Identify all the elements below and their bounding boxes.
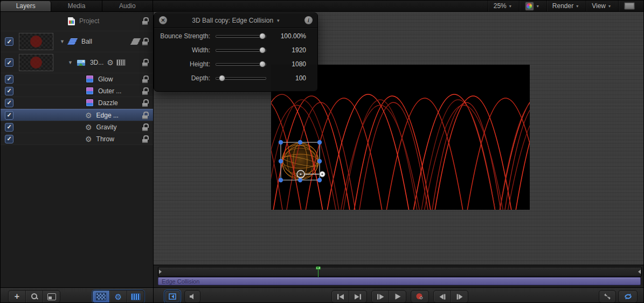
- timebar-edge-collision[interactable]: Edge Collision: [158, 277, 641, 285]
- layer-row-dazzle[interactable]: ✓ Dazzle: [1, 97, 153, 109]
- hud-panel[interactable]: ✕ 3D Ball copy: Edge Collision ▾ i Bounc…: [154, 12, 318, 92]
- show-masks-button[interactable]: [93, 291, 110, 302]
- visibility-checkbox[interactable]: ✓: [5, 123, 13, 132]
- width-slider[interactable]: [216, 46, 266, 54]
- step-forward-button[interactable]: [451, 291, 468, 302]
- visibility-checkbox[interactable]: ✓: [5, 75, 13, 84]
- param-label: Bounce Strength:: [154, 32, 210, 40]
- hud-param-row: Bounce Strength: 100.00%: [154, 32, 317, 40]
- param-label: Width:: [154, 46, 210, 54]
- timebar-label: Edge Collision: [162, 278, 199, 285]
- close-icon[interactable]: ✕: [159, 16, 167, 24]
- disclosure-triangle-icon[interactable]: ▼: [60, 39, 65, 44]
- view-label: View: [592, 2, 606, 10]
- check-icon: ✓: [6, 60, 11, 66]
- hud-title-bar[interactable]: ✕ 3D Ball copy: Edge Collision ▾ i: [154, 13, 317, 28]
- expand-icon: [604, 293, 611, 300]
- go-to-start-button[interactable]: [332, 291, 349, 302]
- lock-icon[interactable]: [142, 38, 149, 45]
- visibility-checkbox[interactable]: ✓: [5, 99, 13, 107]
- visibility-checkbox[interactable]: ✓: [5, 111, 13, 120]
- param-label: Depth:: [154, 74, 210, 82]
- render-dropdown[interactable]: Render ▾: [546, 1, 584, 11]
- disclosure-triangle-icon[interactable]: ▼: [68, 60, 73, 65]
- go-to-end-button[interactable]: [349, 291, 366, 302]
- param-value: 1080: [266, 60, 328, 68]
- layer-row-edge-collision[interactable]: ✓ ⚙ Edge ...: [1, 109, 153, 121]
- slider-knob[interactable]: [259, 61, 266, 67]
- chevron-down-icon[interactable]: ▾: [277, 18, 280, 23]
- step-back-button[interactable]: [434, 291, 451, 302]
- filter-icon: [86, 99, 94, 107]
- layer-row-3d[interactable]: ✓ ▼ 3D... ⚙: [1, 52, 153, 73]
- audio-mute-button[interactable]: [184, 290, 200, 303]
- check-icon: ✓: [6, 39, 11, 45]
- lock-icon[interactable]: [142, 17, 149, 25]
- visibility-checkbox[interactable]: ✓: [5, 58, 13, 67]
- view-dropdown[interactable]: View ▾: [586, 1, 616, 11]
- tab-audio[interactable]: Audio: [102, 1, 153, 11]
- timeline-ruler[interactable]: [158, 267, 642, 277]
- zoom-level-dropdown[interactable]: 25% ▾: [488, 1, 517, 11]
- layer-row-outer[interactable]: ✓ Outer ...: [1, 85, 153, 97]
- lock-icon[interactable]: [142, 112, 149, 119]
- timeline-start-marker-icon[interactable]: [159, 270, 162, 274]
- add-layer-button[interactable]: +: [9, 291, 26, 302]
- layer-row-gravity[interactable]: ✓ ⚙ Gravity: [1, 121, 153, 133]
- timeline-end-marker-icon[interactable]: [638, 270, 641, 274]
- visibility-checkbox[interactable]: ✓: [5, 37, 13, 46]
- record-button[interactable]: [411, 290, 429, 303]
- tab-media[interactable]: Media: [51, 1, 102, 11]
- check-icon: ✓: [6, 124, 11, 130]
- depth-slider[interactable]: [216, 74, 266, 82]
- layer-label: Throw: [96, 135, 114, 143]
- window-layout-button[interactable]: [618, 1, 640, 11]
- check-icon: ✓: [6, 76, 11, 82]
- behavior-gear-icon: ⚙: [85, 112, 92, 119]
- layer-row-ball[interactable]: ✓ ▼ Ball: [1, 31, 153, 52]
- preview-column-button[interactable]: [43, 291, 60, 302]
- display-filters-group: ⚙: [92, 290, 144, 303]
- check-icon: ✓: [6, 88, 11, 94]
- search-button[interactable]: [26, 291, 43, 302]
- lock-icon[interactable]: [142, 59, 149, 66]
- visibility-checkbox[interactable]: ✓: [5, 87, 13, 95]
- bounce-strength-slider[interactable]: [216, 32, 266, 40]
- layer-row-project[interactable]: Project: [1, 11, 153, 31]
- layer-row-glow[interactable]: ✓ Glow: [1, 73, 153, 85]
- visibility-checkbox[interactable]: ✓: [5, 135, 13, 143]
- play-icon: [394, 293, 401, 300]
- loop-playback-button[interactable]: [618, 290, 638, 303]
- slider-knob[interactable]: [259, 47, 266, 53]
- layer-label: 3D...: [90, 59, 103, 66]
- timing-pane-toggle-button[interactable]: [164, 290, 181, 303]
- canvas-controls: 25% ▾ ▾ Render ▾ View ▾: [488, 1, 640, 11]
- play-controls-group: [371, 290, 406, 303]
- color-channel-dropdown[interactable]: ▾: [519, 1, 544, 11]
- show-filters-button[interactable]: [127, 291, 144, 302]
- zoom-level-value: 25%: [494, 2, 507, 10]
- fullscreen-button[interactable]: [599, 290, 616, 303]
- play-button[interactable]: [389, 291, 406, 302]
- project-icon: [68, 17, 75, 25]
- chevron-down-icon: ▾: [576, 4, 578, 9]
- behavior-gear-icon: ⚙: [85, 123, 92, 131]
- checkerboard-icon: [96, 293, 106, 300]
- tab-layers[interactable]: Layers: [1, 1, 51, 11]
- play-from-start-button[interactable]: [372, 291, 389, 302]
- info-icon[interactable]: i: [304, 16, 313, 24]
- show-behaviors-button[interactable]: ⚙: [110, 291, 127, 302]
- lock-icon[interactable]: [142, 87, 149, 95]
- behavior-gear-icon: ⚙: [85, 135, 92, 143]
- lock-icon[interactable]: [142, 123, 149, 131]
- slider-knob[interactable]: [259, 33, 266, 39]
- layer-thumbnail: [19, 33, 53, 50]
- lock-icon[interactable]: [142, 135, 149, 143]
- hud-param-row: Width: 1920: [154, 46, 317, 54]
- layer-row-throw[interactable]: ✓ ⚙ Throw: [1, 133, 153, 145]
- lock-icon[interactable]: [142, 99, 149, 107]
- slider-knob[interactable]: [219, 75, 225, 81]
- height-slider[interactable]: [216, 60, 266, 68]
- step-controls-group: [433, 290, 468, 303]
- lock-icon[interactable]: [142, 75, 149, 83]
